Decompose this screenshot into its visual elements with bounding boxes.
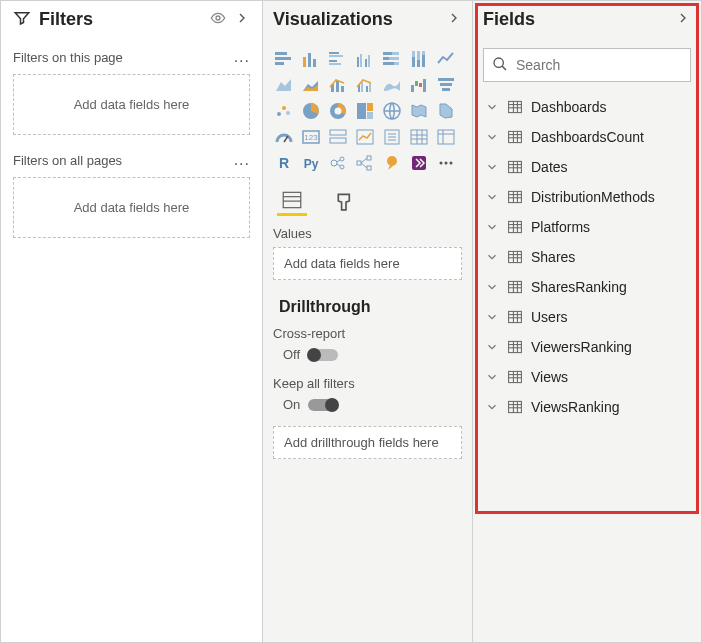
svg-rect-1 (275, 52, 287, 55)
chevron-down-icon (485, 340, 499, 354)
stacked-column-chart-icon[interactable] (300, 48, 322, 70)
svg-rect-113 (509, 221, 522, 232)
svg-point-73 (331, 160, 337, 166)
chevron-right-icon[interactable] (675, 10, 691, 29)
chevron-down-icon (485, 400, 499, 414)
field-table-label: DashboardsCount (531, 129, 644, 145)
field-table-item[interactable]: DashboardsCount (483, 124, 691, 150)
r-visual-icon[interactable]: R (273, 152, 295, 174)
svg-rect-37 (411, 85, 414, 92)
svg-marker-27 (276, 79, 291, 91)
chevron-right-icon[interactable] (234, 10, 250, 29)
clustered-column-chart-icon[interactable] (354, 48, 376, 70)
drillthrough-drop[interactable]: Add drillthrough fields here (273, 426, 462, 459)
chevron-down-icon (485, 130, 499, 144)
chevron-down-icon (485, 310, 499, 324)
chevron-right-icon[interactable] (446, 10, 462, 29)
svg-line-92 (502, 66, 506, 70)
filters-pane: Filters Filters on this page ... Add dat… (1, 1, 263, 642)
donut-chart-icon[interactable] (327, 100, 349, 122)
qa-visual-icon[interactable] (381, 152, 403, 174)
filters-drop-all[interactable]: Add data fields here (13, 177, 250, 238)
svg-point-75 (340, 165, 344, 169)
filled-map-icon[interactable] (408, 100, 430, 122)
format-tab[interactable] (331, 186, 361, 216)
stacked-area-chart-icon[interactable] (300, 74, 322, 96)
scatter-chart-icon[interactable] (273, 100, 295, 122)
area-chart-icon[interactable] (273, 74, 295, 96)
treemap-icon[interactable] (354, 100, 376, 122)
svg-point-91 (494, 58, 503, 67)
fields-tab[interactable] (277, 186, 307, 216)
line-clustered-column-icon[interactable] (354, 74, 376, 96)
stacked-bar-chart-icon[interactable] (273, 48, 295, 70)
keep-filters-toggle[interactable] (308, 399, 338, 411)
clustered-bar-chart-icon[interactable] (327, 48, 349, 70)
svg-rect-79 (367, 156, 371, 160)
field-table-item[interactable]: ViewsRanking (483, 394, 691, 420)
values-drop[interactable]: Add data fields here (273, 247, 462, 280)
field-table-item[interactable]: ViewersRanking (483, 334, 691, 360)
stacked-bar-100-icon[interactable] (381, 48, 403, 70)
kpi-icon[interactable] (354, 126, 376, 148)
svg-rect-52 (367, 112, 373, 119)
svg-rect-14 (368, 55, 370, 67)
svg-rect-36 (369, 83, 371, 92)
field-table-item[interactable]: SharesRanking (483, 274, 691, 300)
waterfall-chart-icon[interactable] (408, 74, 430, 96)
svg-rect-57 (330, 138, 346, 143)
table-icon[interactable] (408, 126, 430, 148)
svg-rect-12 (360, 54, 362, 67)
cross-report-toggle[interactable] (308, 349, 338, 361)
ribbon-chart-icon[interactable] (381, 74, 403, 96)
stacked-column-100-icon[interactable] (408, 48, 430, 70)
card-icon[interactable]: 123 (300, 126, 322, 148)
decomposition-tree-icon[interactable] (354, 152, 376, 174)
map-icon[interactable] (381, 100, 403, 122)
pie-chart-icon[interactable] (300, 100, 322, 122)
search-icon (492, 56, 508, 75)
svg-rect-34 (361, 82, 363, 92)
chevron-down-icon (485, 160, 499, 174)
svg-rect-98 (509, 131, 522, 142)
svg-rect-68 (438, 130, 454, 144)
chevron-down-icon (485, 100, 499, 114)
svg-rect-38 (415, 81, 418, 86)
matrix-icon[interactable] (435, 126, 457, 148)
cross-report-label: Cross-report (273, 326, 462, 341)
svg-text:R: R (279, 155, 289, 171)
filters-drop-page[interactable]: Add data fields here (13, 74, 250, 135)
shape-map-icon[interactable] (435, 100, 457, 122)
more-icon[interactable]: ... (234, 151, 250, 169)
field-table-label: Dates (531, 159, 568, 175)
line-stacked-column-icon[interactable] (327, 74, 349, 96)
more-visuals-icon[interactable] (435, 152, 457, 174)
table-icon (507, 189, 523, 205)
field-table-item[interactable]: Users (483, 304, 691, 330)
key-influencers-icon[interactable] (327, 152, 349, 174)
funnel-chart-icon[interactable] (435, 74, 457, 96)
python-visual-icon[interactable]: Py (300, 152, 322, 174)
field-table-label: ViewsRanking (531, 399, 619, 415)
field-format-tabs (277, 186, 462, 216)
more-icon[interactable]: ... (234, 48, 250, 66)
line-chart-icon[interactable] (435, 48, 457, 70)
svg-rect-93 (509, 101, 522, 112)
field-table-item[interactable]: Dates (483, 154, 691, 180)
field-table-item[interactable]: Views (483, 364, 691, 390)
search-input[interactable] (516, 57, 691, 73)
gauge-icon[interactable] (273, 126, 295, 148)
fields-search[interactable] (483, 48, 691, 82)
powerapps-visual-icon[interactable] (408, 152, 430, 174)
slicer-icon[interactable] (381, 126, 403, 148)
chevron-down-icon (485, 250, 499, 264)
svg-rect-42 (440, 83, 452, 86)
multi-row-card-icon[interactable] (327, 126, 349, 148)
field-table-item[interactable]: Platforms (483, 214, 691, 240)
field-table-item[interactable]: Dashboards (483, 94, 691, 120)
field-table-item[interactable]: DistributionMethods (483, 184, 691, 210)
table-icon (507, 279, 523, 295)
eye-icon[interactable] (210, 10, 226, 29)
svg-rect-9 (329, 60, 337, 62)
field-table-item[interactable]: Shares (483, 244, 691, 270)
